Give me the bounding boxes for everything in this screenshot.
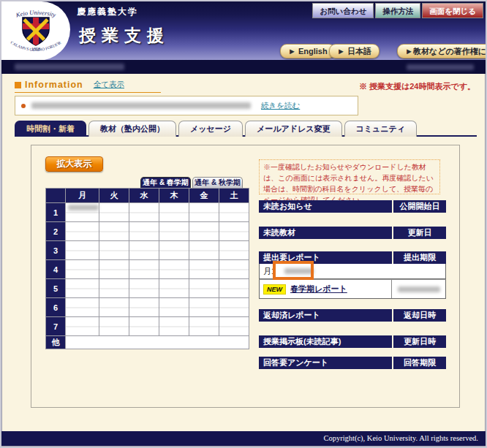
timetable-grid: 月 火 水 木 金 土 1 2 3 4 5 — [45, 188, 249, 349]
period-label-6: 6 — [46, 298, 66, 317]
main-tabs: 時間割・新着 教材（塾内公開） メッセージ メールアドレス変更 コミュニティ — [15, 121, 417, 137]
howto-button[interactable]: 操作方法 — [375, 3, 420, 18]
section-surveys: 回答要アンケート 回答期限 — [259, 357, 446, 369]
bullet-icon — [21, 104, 26, 108]
timetable-cell — [159, 203, 189, 222]
period-label-1: 1 — [46, 203, 66, 222]
timetable-other-row — [66, 336, 249, 349]
timetable-cell — [219, 279, 249, 298]
timetable-cell — [189, 222, 219, 241]
day-header-sat: 土 — [219, 189, 249, 203]
period-label-3: 3 — [46, 241, 66, 260]
24h-notice: ※ 授業支援は24時間表示です。 — [359, 81, 475, 92]
information-heading: Information 全て表示 — [15, 80, 161, 93]
timetable-cell — [129, 279, 159, 298]
timetable-cell — [129, 222, 159, 241]
timetable-cell-mon-1[interactable] — [66, 203, 99, 222]
tab-timetable-new[interactable]: 時間割・新着 — [15, 121, 86, 137]
class-board-title: 授業掲示板(未読記事) — [259, 335, 392, 348]
japanese-button[interactable]: ► 日本語 — [329, 44, 380, 58]
redacted-due-date — [398, 286, 440, 292]
day-header-thu: 木 — [159, 189, 189, 203]
timetable-cell — [66, 260, 99, 279]
timetable-cell — [159, 317, 189, 336]
read-more-link[interactable]: 続きを読む — [261, 101, 300, 111]
redacted-username — [15, 64, 124, 70]
period-label-4: 4 — [46, 260, 66, 279]
tab-materials[interactable]: 教材（塾内公開） — [88, 121, 176, 137]
timetable-cell — [66, 279, 99, 298]
show-all-link[interactable]: 全て表示 — [94, 80, 124, 90]
unread-materials-date-label: 更新日 — [393, 227, 446, 239]
timetable-cell — [129, 298, 159, 317]
period-label-5: 5 — [46, 279, 66, 298]
timetable-cell — [189, 203, 219, 222]
timetable-cell — [99, 241, 129, 260]
section-returned-reports: 返却済レポート 返却日時 — [259, 309, 446, 322]
timetable-cell — [219, 203, 249, 222]
timetable-cell — [99, 298, 129, 317]
season-tab-spring[interactable]: 通年 & 春学期 — [140, 177, 191, 188]
timetable-cell — [129, 203, 159, 222]
section-unread-news: 未読お知らせ 公開開始日 — [259, 200, 446, 213]
timetable-corner — [46, 189, 66, 203]
tab-community[interactable]: コミュニティ — [344, 121, 418, 137]
english-button[interactable]: ► English — [280, 44, 336, 58]
timetable-cell — [159, 279, 189, 298]
timetable-cell — [129, 241, 159, 260]
app-window: 慶應義塾大学 授業支援 お問い合わせ 操作方法 画面を閉じる ► English… — [0, 0, 487, 448]
report-item-deadline — [392, 280, 445, 298]
timetable-cell — [99, 260, 129, 279]
timetable-cell — [189, 298, 219, 317]
annotation-highlight-box — [273, 261, 314, 280]
university-name: 慶應義塾大学 — [77, 6, 138, 18]
report-row-item: NEW 春学期レポート — [259, 279, 446, 299]
unread-materials-title: 未読教材 — [259, 227, 392, 239]
timetable-cell — [159, 222, 189, 241]
returned-reports-date-label: 返却日時 — [393, 309, 446, 322]
information-title: Information — [25, 80, 83, 90]
header-utility-buttons: お問い合わせ 操作方法 画面を閉じる — [312, 3, 483, 18]
timetable-cell — [189, 260, 219, 279]
timetable-cell — [66, 298, 99, 317]
timetable-cell — [219, 317, 249, 336]
timetable-cell — [99, 203, 129, 222]
timetable-cell — [66, 317, 99, 336]
tab-messages[interactable]: メッセージ — [178, 121, 243, 137]
timetable-cell — [159, 298, 189, 317]
contact-button[interactable]: お問い合わせ — [312, 3, 374, 18]
period-label-2: 2 — [46, 222, 66, 241]
timetable-cell — [189, 279, 219, 298]
tab-email-change[interactable]: メールアドレス変更 — [245, 121, 342, 137]
expand-view-button[interactable]: 拡大表示 — [45, 156, 103, 172]
copyright-info-button[interactable]: ►教材などの著作権について — [397, 44, 487, 58]
close-window-button[interactable]: 画面を閉じる — [422, 3, 483, 18]
day-header-wed: 水 — [129, 189, 159, 203]
timetable-cell — [129, 260, 159, 279]
timetable-cell — [189, 241, 219, 260]
page-header: 慶應義塾大学 授業支援 お問い合わせ 操作方法 画面を閉じる ► English… — [1, 1, 486, 60]
day-header-tue: 火 — [99, 189, 129, 203]
information-notice-box: 続きを読む — [15, 96, 358, 115]
timetable-cell — [219, 241, 249, 260]
season-tab-fall[interactable]: 通年 & 秋学期 — [192, 177, 243, 188]
day-header-mon: 月 — [66, 189, 99, 203]
report-link[interactable]: 春学期レポート — [290, 284, 347, 295]
redacted-datetime — [407, 64, 474, 70]
section-unread-materials: 未読教材 更新日 — [259, 227, 446, 239]
period-label-other: 他 — [46, 336, 66, 349]
redacted-course-name[interactable] — [68, 205, 99, 210]
timetable-cell — [159, 260, 189, 279]
keio-emblem-logo: Keio University 1858 CALAMVS GLADIO FORT… — [1, 1, 70, 61]
timetable-cell — [129, 317, 159, 336]
unread-news-title: 未読お知らせ — [259, 200, 392, 213]
information-square-icon — [15, 82, 21, 88]
section-class-board: 授業掲示板(未読記事) 更新日時 — [259, 335, 446, 348]
surveys-title: 回答要アンケート — [259, 357, 392, 369]
confirmation-notice: ※一度確認したお知らせやダウンロードした教材は、この画面には表示されません。再度… — [259, 159, 440, 194]
timetable-cell — [66, 241, 99, 260]
day-header-fri: 金 — [189, 189, 219, 203]
keio-shield-icon: Keio University 1858 CALAMVS GLADIO FORT… — [1, 1, 70, 61]
timetable-cell — [219, 298, 249, 317]
returned-reports-title: 返却済レポート — [259, 309, 392, 322]
